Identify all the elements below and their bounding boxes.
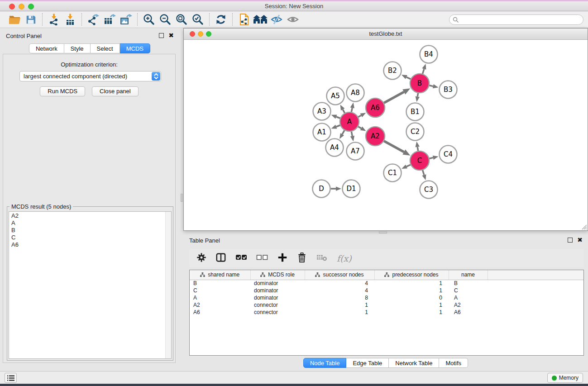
resize-grip-icon[interactable] xyxy=(581,224,587,230)
import-network-icon[interactable] xyxy=(46,12,62,27)
table-row[interactable]: A6connector11A6 xyxy=(190,309,583,316)
edge-A-A8[interactable] xyxy=(351,108,352,112)
import-table-icon[interactable] xyxy=(62,12,78,27)
close-panel-button[interactable]: Close panel xyxy=(92,86,139,96)
column-header-successor-nodes[interactable]: successor nodes xyxy=(305,270,374,280)
table-toolbar: f(x) xyxy=(189,249,584,267)
edge-A-A7[interactable] xyxy=(351,132,352,136)
mcds-result-item[interactable]: A6 xyxy=(9,241,165,248)
table-row[interactable]: Bdominator41B xyxy=(190,280,583,287)
edge-arrowhead xyxy=(350,136,354,142)
zoom-out-icon[interactable] xyxy=(157,12,173,27)
export-table-icon[interactable] xyxy=(101,12,118,27)
refresh-icon[interactable] xyxy=(213,12,229,27)
tab-network-table[interactable]: Network Table xyxy=(389,358,439,368)
float-table-panel-icon[interactable] xyxy=(568,238,573,243)
splitter-handle-horizontal[interactable] xyxy=(379,231,387,234)
zoom-in-icon[interactable] xyxy=(141,12,157,27)
zoom-fit-icon[interactable] xyxy=(173,12,190,27)
float-panel-icon[interactable] xyxy=(159,33,164,38)
show-all-eye-icon[interactable] xyxy=(285,12,301,27)
edge-C-C3[interactable] xyxy=(423,170,424,175)
column-header-shared-name[interactable]: shared name xyxy=(190,270,250,280)
function-builder-fx-label[interactable]: f(x) xyxy=(337,253,352,263)
edge-A-A4[interactable] xyxy=(342,130,344,134)
edge-A-A6[interactable] xyxy=(358,115,361,117)
criterion-dropdown[interactable]: largest connected component (directed) xyxy=(19,71,161,81)
zoom-window-button[interactable] xyxy=(28,4,34,10)
mcds-result-item[interactable]: A2 xyxy=(9,212,165,219)
tab-node-table[interactable]: Node Table xyxy=(303,358,347,368)
edge-B-B4[interactable] xyxy=(423,69,424,74)
tab-motifs[interactable]: Motifs xyxy=(439,358,468,368)
export-network-icon[interactable] xyxy=(85,12,101,27)
column-header-name[interactable]: name xyxy=(449,270,488,280)
network-canvas[interactable]: B4B2BB3A5A8A6A3B1AA1C2A2A4A7C4CC1C3DD1 xyxy=(184,40,588,230)
zoom-network-button[interactable] xyxy=(206,31,211,37)
column-header-MCDS-role[interactable]: MCDS role xyxy=(250,270,305,280)
edge-B-B1[interactable] xyxy=(417,93,418,97)
graph-node-label: A4 xyxy=(330,143,339,152)
edge-arrowhead xyxy=(402,88,410,94)
scrollbar-track[interactable] xyxy=(165,212,171,358)
memory-button[interactable]: Memory xyxy=(547,373,583,383)
table-row[interactable]: Cdominator41C xyxy=(190,287,583,294)
minimize-network-button[interactable] xyxy=(198,31,203,37)
tab-style[interactable]: Style xyxy=(64,43,91,53)
node-table[interactable]: shared nameMCDS rolesuccessor nodesprede… xyxy=(189,270,584,356)
hide-selected-eye-slash-icon[interactable] xyxy=(268,12,285,27)
export-image-icon[interactable] xyxy=(118,12,134,27)
table-row[interactable]: Adominator80A xyxy=(190,294,583,301)
edge-arrowhead xyxy=(422,174,426,180)
delete-column-trash-icon[interactable] xyxy=(297,252,307,264)
delete-table-icon[interactable] xyxy=(316,253,328,263)
task-history-list-icon[interactable] xyxy=(5,373,17,383)
tab-mcds[interactable]: MCDS xyxy=(120,43,150,53)
edge-arrowhead xyxy=(416,96,420,102)
zoom-selected-icon[interactable] xyxy=(190,12,206,27)
edge-C-C4[interactable] xyxy=(429,157,433,158)
tab-select[interactable]: Select xyxy=(91,43,120,53)
show-column-panel-icon[interactable] xyxy=(215,253,226,264)
column-header-predecessor-nodes[interactable]: predecessor nodes xyxy=(374,270,449,280)
mcds-result-item[interactable]: B xyxy=(9,227,165,234)
tab-edge-table[interactable]: Edge Table xyxy=(346,358,389,368)
search-box[interactable] xyxy=(449,14,583,25)
table-panel: Table Panel ✖ f(x) shared nameM xyxy=(183,235,588,369)
edge-A-A2[interactable] xyxy=(358,127,361,129)
edge-A6-B[interactable] xyxy=(384,92,404,103)
minimize-window-button[interactable] xyxy=(19,4,24,10)
table-settings-gear-icon[interactable] xyxy=(196,253,206,264)
edge-B-B3[interactable] xyxy=(429,86,433,86)
mcds-result-item[interactable]: C xyxy=(9,234,165,241)
mcds-result-list[interactable]: A2ABCA6 xyxy=(9,211,172,359)
edge-B-B2[interactable] xyxy=(406,77,411,79)
splitter-handle-vertical[interactable] xyxy=(181,194,183,202)
tab-network[interactable]: Network xyxy=(29,43,64,53)
mcds-result-item[interactable]: A xyxy=(9,219,165,227)
select-all-columns-icon[interactable] xyxy=(235,253,247,263)
save-session-icon[interactable] xyxy=(23,12,39,27)
edge-A-A5[interactable] xyxy=(343,110,344,113)
close-network-button[interactable] xyxy=(190,31,195,37)
run-mcds-button[interactable]: Run MCDS xyxy=(40,86,85,96)
graph-node-label: D1 xyxy=(346,185,356,193)
table-row[interactable]: A2connector11A2 xyxy=(190,301,583,309)
graph-node-label: B1 xyxy=(411,108,420,116)
first-neighbors-icon[interactable] xyxy=(252,12,268,27)
search-input[interactable] xyxy=(459,15,583,24)
open-file-icon[interactable] xyxy=(6,12,23,27)
unselect-all-columns-icon[interactable] xyxy=(256,253,268,263)
edge-A2-C[interactable] xyxy=(384,141,404,152)
create-column-plus-icon[interactable] xyxy=(277,252,288,264)
new-network-from-selection-icon[interactable] xyxy=(236,12,252,27)
edge-C-C2[interactable] xyxy=(417,147,418,151)
close-panel-icon[interactable]: ✖ xyxy=(168,33,174,38)
edge-A-A3[interactable] xyxy=(336,117,340,118)
close-window-button[interactable] xyxy=(9,4,15,10)
network-window-titlebar[interactable]: testGlobe.txt xyxy=(184,29,588,40)
edge-C-C1[interactable] xyxy=(406,165,411,167)
edge-A-A1[interactable] xyxy=(336,125,340,127)
close-table-panel-icon[interactable]: ✖ xyxy=(577,238,583,243)
mcds-tab-content: Optimization criterion: largest connecte… xyxy=(3,54,176,363)
